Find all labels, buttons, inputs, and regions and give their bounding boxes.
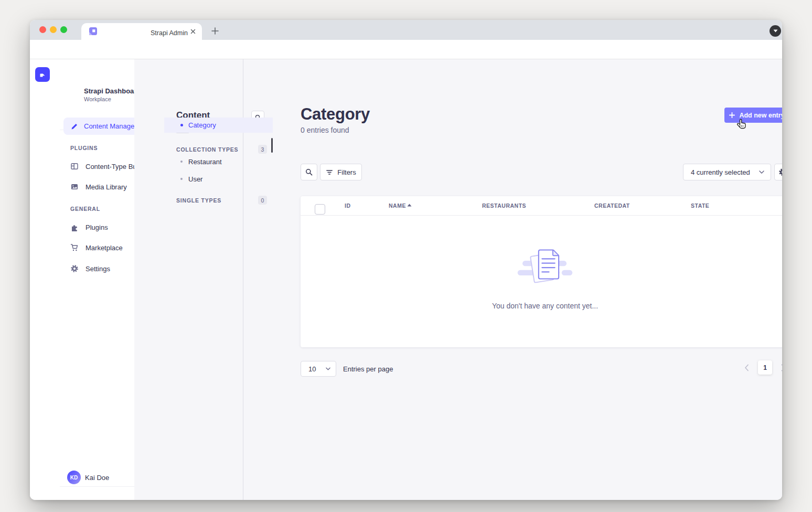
browser-window: Strapi Admin: [30, 20, 782, 500]
puzzle-icon: [70, 223, 79, 232]
sort-ascending-icon[interactable]: [407, 204, 412, 207]
gear-icon: [70, 264, 79, 273]
empty-content-message: You don't have any content yet...: [301, 302, 782, 310]
table-search-button[interactable]: [301, 164, 317, 180]
collection-types-count-badge: 3: [258, 145, 267, 154]
chevron-down-icon: [326, 367, 330, 370]
nav-section-general: GENERAL: [70, 206, 100, 212]
user-name: Kai Doe: [85, 474, 109, 482]
user-avatar[interactable]: KD: [67, 471, 81, 484]
window-close-button[interactable]: [39, 26, 46, 33]
tab-title: Strapi Admin: [151, 29, 188, 37]
sidebar-item-settings[interactable]: Settings: [70, 264, 110, 273]
sidebar-item-media-library[interactable]: Media Library: [70, 182, 127, 191]
column-header-state[interactable]: STATE: [691, 202, 709, 209]
table-settings-button[interactable]: [774, 164, 782, 180]
plus-icon: [729, 112, 735, 118]
entries-count: 0 entries found: [301, 126, 349, 134]
table-header-divider: [301, 215, 782, 216]
column-header-restaurants[interactable]: RESTAURANTS: [482, 202, 526, 209]
subnav-item-label: Restaurant: [188, 158, 222, 166]
page-number-button[interactable]: 1: [758, 360, 772, 375]
subnav-item-category[interactable]: Category: [164, 118, 273, 133]
filters-label: Filters: [337, 168, 356, 176]
filters-button[interactable]: Filters: [320, 164, 362, 180]
fields-select-value: 4 currently selected: [691, 168, 750, 176]
browser-tab[interactable]: Strapi Admin: [81, 23, 202, 40]
nav-section-plugins: PLUGINS: [70, 145, 98, 151]
filter-icon: [326, 169, 333, 176]
mouse-cursor-icon: [735, 119, 747, 131]
page-title: Category: [301, 105, 370, 124]
chevron-down-icon: [759, 170, 764, 174]
column-header-createdat[interactable]: CREATEDAT: [594, 202, 630, 209]
add-new-entry-label: Add new entry: [739, 112, 782, 119]
bullet-icon: [180, 124, 183, 126]
sidebar-item-marketplace[interactable]: Marketplace: [70, 243, 123, 252]
bullet-icon: [180, 161, 183, 163]
layout-grid-icon: [70, 162, 79, 170]
subnav-item-restaurant[interactable]: Restaurant: [164, 154, 273, 169]
empty-content-illustration: [516, 245, 574, 291]
page-size-value: 10: [308, 365, 316, 373]
window-minimize-button[interactable]: [50, 26, 57, 33]
subnav-item-label: User: [188, 175, 202, 183]
sidebar-item-label: Marketplace: [86, 244, 123, 252]
column-header-id[interactable]: ID: [345, 202, 351, 209]
edit-pencil-icon: [70, 122, 79, 131]
subnav-item-user[interactable]: User: [164, 172, 273, 187]
sidebar-item-label: Plugins: [86, 223, 108, 231]
displayed-fields-select[interactable]: 4 currently selected: [683, 164, 771, 180]
bullet-icon: [180, 178, 183, 180]
entries-table: ID NAME RESTAURANTS CREATEDAT STATE: [301, 196, 782, 347]
tab-close-icon[interactable]: [189, 28, 197, 35]
single-types-count-badge: 0: [258, 196, 267, 205]
browser-toolbar: localhost:1337/admin/content-manager/col…: [30, 40, 782, 59]
column-header-name[interactable]: NAME: [389, 202, 406, 209]
sidebar-item-label: Content Manager: [84, 122, 136, 130]
new-tab-button[interactable]: [211, 27, 219, 35]
subnav-scrollbar-thumb[interactable]: [271, 138, 273, 153]
browser-tab-bar: Strapi Admin: [30, 20, 782, 40]
sidebar-item-label: Media Library: [86, 183, 127, 191]
page-size-select[interactable]: 10: [301, 361, 336, 377]
select-all-checkbox[interactable]: [315, 204, 325, 215]
cart-icon: [70, 243, 79, 252]
previous-page-button[interactable]: [744, 364, 749, 371]
add-new-entry-button[interactable]: Add new entry: [724, 108, 782, 123]
strapi-favicon-icon: [89, 27, 98, 36]
image-icon: [70, 183, 79, 191]
subnav-item-label: Category: [188, 121, 216, 129]
sidebar-item-label: Settings: [86, 265, 110, 273]
sidebar-item-plugins[interactable]: Plugins: [70, 222, 108, 232]
strapi-logo-icon: [35, 67, 50, 82]
workspace-name: Strapi Dashboard: [84, 87, 141, 95]
window-zoom-button[interactable]: [60, 26, 67, 33]
collection-types-label: COLLECTION TYPES: [176, 146, 238, 153]
browser-extension-indicator-icon[interactable]: [770, 25, 781, 37]
single-types-label: SINGLE TYPES: [176, 197, 221, 204]
workspace-subtitle: Workplace: [84, 96, 111, 102]
entries-per-page-label: Entries per page: [343, 365, 393, 373]
next-page-button[interactable]: [781, 364, 782, 371]
